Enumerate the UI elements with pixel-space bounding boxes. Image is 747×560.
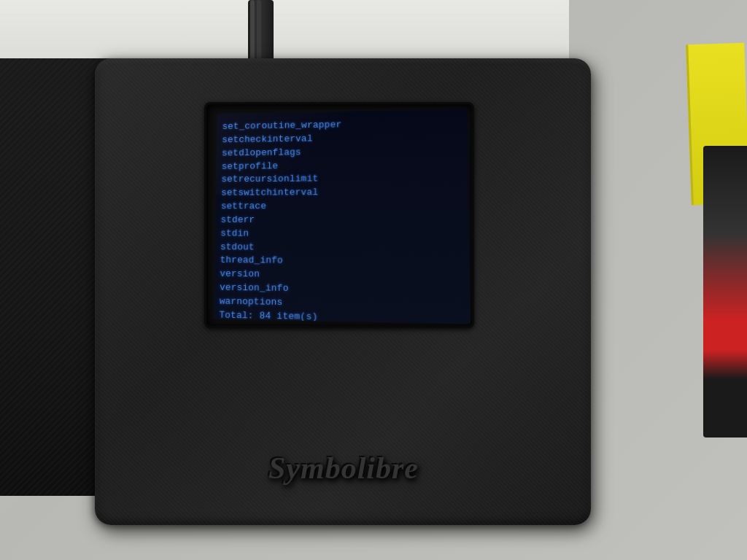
screen-line-6: setswitchinterval [221,186,462,201]
screen-line-8: stderr [220,214,462,228]
scene: set_coroutine_wrapper setcheckinterval s… [0,0,747,560]
brand-label: Symbolibre [268,450,418,485]
screen-line-9: stdin [220,227,463,241]
screen-line-5: setrecursionlimit [221,171,462,187]
screen-content: set_coroutine_wrapper setcheckinterval s… [214,109,471,324]
screen-line-7: settrace [221,200,463,214]
screen-bezel: set_coroutine_wrapper setcheckinterval s… [204,102,474,328]
wires [703,146,747,438]
screen-display: set_coroutine_wrapper setcheckinterval s… [214,109,471,324]
device-body: set_coroutine_wrapper setcheckinterval s… [95,58,591,525]
screen-line-4: setprofile [222,158,462,174]
screen-line-10: stdout [220,241,463,256]
